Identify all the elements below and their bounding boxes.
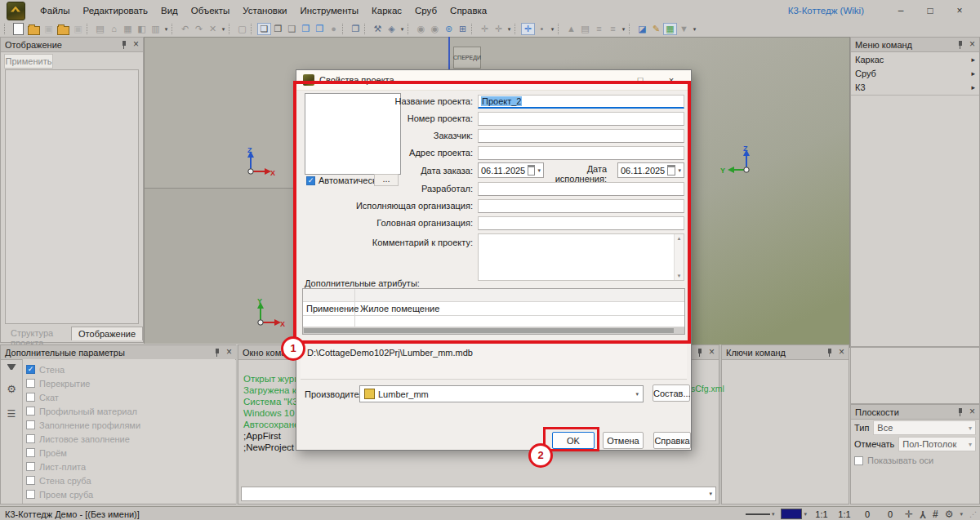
checkbox-icon[interactable] <box>26 448 35 457</box>
delete-icon[interactable]: ✕ <box>206 23 220 35</box>
parameter-row[interactable]: Лист-плита <box>26 460 235 473</box>
parameter-row[interactable]: Стена сруба <box>26 473 235 487</box>
pin-icon[interactable] <box>957 407 964 416</box>
view-hidden-line-icon[interactable]: ❐ <box>271 23 285 35</box>
menubar-item[interactable]: Редактировать <box>77 5 154 16</box>
align-top-icon[interactable]: ≡ <box>592 23 606 35</box>
coord-y-value[interactable]: 0 <box>882 509 898 519</box>
tab-display[interactable]: Отображение <box>71 327 143 340</box>
grid-table-icon[interactable]: ▦ <box>663 23 677 35</box>
checkbox-icon[interactable] <box>26 393 35 402</box>
checkbox-icon[interactable] <box>26 476 35 485</box>
mark-dropdown[interactable]: Пол-Потолок ▾ <box>898 437 976 451</box>
menu-commands-item[interactable]: Каркас▸ <box>851 52 979 66</box>
project-address-input[interactable] <box>478 146 684 160</box>
selection-mode-icon[interactable]: ▢ <box>235 23 249 35</box>
splitter[interactable] <box>236 344 238 504</box>
table-row-empty[interactable] <box>303 316 684 327</box>
menubar-item[interactable]: Каркас <box>365 5 408 16</box>
open-folder-icon[interactable] <box>57 26 69 35</box>
scale-b-value[interactable]: 1:1 <box>836 509 853 519</box>
show-axes-checkbox[interactable] <box>854 456 863 465</box>
settings-gear-icon[interactable]: ⚙ <box>945 509 954 520</box>
parameter-row[interactable]: ✓Стена <box>26 362 235 376</box>
checkbox-icon[interactable]: ✓ <box>26 365 35 374</box>
filter-icon[interactable] <box>7 364 16 370</box>
crosshair-icon[interactable]: ✛ <box>905 509 913 520</box>
parameter-row[interactable]: Проем сруба <box>26 487 235 501</box>
table-scrollbar[interactable] <box>303 327 684 334</box>
axes-tripod-icon[interactable]: Y <box>920 509 926 520</box>
head-org-input[interactable] <box>478 216 684 230</box>
view-wireframe-icon[interactable]: ❏ <box>257 23 271 35</box>
line-style-dropdown[interactable]: ▾ <box>746 511 775 518</box>
dropdown-arrow-icon[interactable]: ▾ <box>163 26 170 33</box>
menu-commands-item[interactable]: Сруб▸ <box>851 66 979 80</box>
parameter-row[interactable]: Проём <box>26 446 235 460</box>
manufacturer-dropdown[interactable]: Lumber_mm ▾ <box>359 385 644 402</box>
dropdown-arrow-icon[interactable]: ▾ <box>506 26 513 33</box>
menubar-item[interactable]: Файлы <box>33 5 77 16</box>
close-button[interactable]: × <box>946 3 973 18</box>
dialog-maximize-button[interactable]: □ <box>627 75 653 85</box>
grid-icon[interactable]: # <box>933 509 938 520</box>
filter-funnel-icon[interactable]: ▼ <box>677 23 691 35</box>
roof-tool-icon[interactable]: ⌂ <box>107 23 121 35</box>
color-dropdown[interactable]: ▾ <box>781 509 807 519</box>
apply-button[interactable]: Применить <box>4 54 53 69</box>
order-date-picker[interactable]: 06.11.2025 ▾ <box>478 162 544 178</box>
table-row[interactable]: Применение Жилое помещение <box>303 302 684 316</box>
dropdown-arrow-icon[interactable]: ▾ <box>549 26 556 33</box>
copy-object-icon[interactable]: ❐ <box>349 23 363 35</box>
beam-tool-icon[interactable]: ▦ <box>121 23 135 35</box>
dialog-minimize-button[interactable]: – <box>596 75 622 85</box>
project-name-input[interactable]: Проект_2 <box>478 95 684 109</box>
parameter-row[interactable]: Заполнение профилями <box>26 418 235 432</box>
measure-tool-icon[interactable]: ⚒ <box>371 23 385 35</box>
menu-commands-item[interactable]: К3▸ <box>851 80 979 94</box>
dropdown-arrow-icon[interactable]: ▾ <box>620 26 627 33</box>
rotate-tool-icon[interactable]: ✛ <box>492 23 506 35</box>
command-input[interactable]: ▾ <box>241 487 716 501</box>
dropdown-arrow-icon[interactable]: ▾ <box>399 26 406 33</box>
project-number-input[interactable] <box>478 112 684 126</box>
compose-button[interactable]: Состав... <box>653 384 690 402</box>
view-textured-icon[interactable]: ❒ <box>313 23 327 35</box>
close-icon[interactable]: × <box>969 407 975 416</box>
close-icon[interactable]: × <box>709 348 715 357</box>
view-shaded-icon[interactable]: ❒ <box>299 23 313 35</box>
scroll-up-icon[interactable]: ▲ <box>677 236 682 241</box>
panel-tool-icon[interactable]: ◧ <box>135 23 149 35</box>
close-icon[interactable]: × <box>133 40 139 49</box>
dropdown-arrow-icon[interactable]: ▾ <box>691 26 698 33</box>
chevron-down-icon[interactable]: ▾ <box>537 167 541 174</box>
chart-icon[interactable]: ▲ <box>564 23 578 35</box>
snap-crosshair-icon[interactable]: ✛ <box>521 23 535 35</box>
settings-gear-icon[interactable]: ⚙ <box>7 383 16 395</box>
search-icon[interactable]: ◉ <box>414 23 428 35</box>
parameter-row[interactable]: Листовое заполнение <box>26 432 235 446</box>
splitter[interactable] <box>719 344 721 504</box>
menubar-item[interactable]: Установки <box>236 5 293 16</box>
snap-point-icon[interactable]: • <box>535 23 549 35</box>
wall-tool-icon[interactable]: ▤ <box>93 23 107 35</box>
new-file-icon[interactable] <box>13 23 24 35</box>
tab-project-structure[interactable]: Структура проекта <box>4 327 71 340</box>
layers-icon[interactable]: ▤ <box>578 23 592 35</box>
menubar-item[interactable]: Объекты <box>185 5 236 16</box>
view-eye-icon[interactable]: ◉ <box>428 23 442 35</box>
executing-org-input[interactable] <box>478 199 684 213</box>
paint-icon[interactable]: ◪ <box>635 23 649 35</box>
parameter-row[interactable]: Скат <box>26 390 235 404</box>
checkbox-icon[interactable] <box>26 420 35 429</box>
checkbox-icon[interactable] <box>26 407 35 416</box>
checkbox-icon[interactable] <box>26 379 35 388</box>
protect-icon[interactable]: ◈ <box>385 23 399 35</box>
sliders-icon[interactable]: ☰ <box>7 408 16 420</box>
pin-icon[interactable] <box>957 40 964 49</box>
sync-icon[interactable]: ⊛ <box>442 23 456 35</box>
checkbox-icon[interactable] <box>26 490 35 499</box>
menubar-item[interactable]: Сруб <box>408 5 443 16</box>
scrollbar-thumb[interactable] <box>304 328 674 333</box>
close-icon[interactable]: × <box>839 348 844 357</box>
